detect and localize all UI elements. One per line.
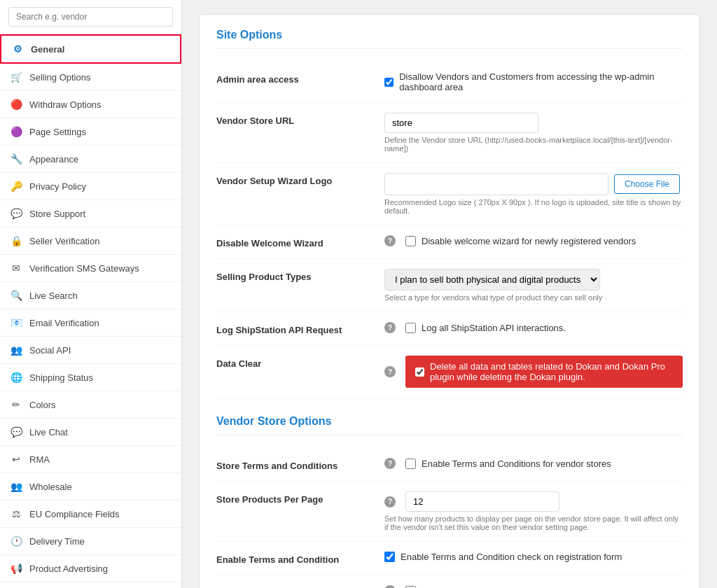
sidebar-item-eu-compliance[interactable]: ⚖EU Compliance Fields	[0, 500, 181, 528]
sidebar-item-label-delivery-time: Delivery Time	[29, 536, 85, 547]
vendor-store-url-control: Define the Vendor store URL (http://used…	[384, 113, 683, 153]
vendor-logo-desc: Recommended Logo size ( 270px X 90px ). …	[384, 198, 683, 215]
log-shipstation-control: ? Log all ShipStation API interactions.	[384, 322, 683, 333]
store-terms-checkbox-row: ? Enable Terms and Conditions for vendor…	[384, 458, 683, 469]
admin-area-access-control: Disallow Vendors and Customers from acce…	[384, 71, 683, 92]
store-terms-checkbox-label: Enable Terms and Conditions for vendor s…	[422, 458, 611, 469]
sidebar-item-email-verification[interactable]: 📧Email Verification	[0, 309, 181, 337]
data-clear-alert: Delete all data and tables related to Do…	[405, 356, 683, 388]
sidebar-item-label-social-api: Social API	[29, 345, 71, 356]
sidebar-item-shipping-status[interactable]: 🌐Shipping Status	[0, 364, 181, 391]
sidebar-item-colors[interactable]: ✏Colors	[0, 391, 181, 419]
sidebar-item-label-withdraw-options: Withdraw Options	[29, 99, 102, 110]
sidebar-item-page-settings[interactable]: 🟣Page Settings	[0, 118, 181, 146]
sidebar-item-rma[interactable]: ↩RMA	[0, 446, 181, 473]
store-terms-help-icon[interactable]: ?	[384, 458, 396, 469]
store-terms-checkbox[interactable]	[405, 458, 416, 469]
sidebar-item-withdraw-options[interactable]: 🔴Withdraw Options	[0, 91, 181, 118]
data-clear-label: Data Clear	[216, 356, 370, 369]
sidebar-item-store-support[interactable]: 💬Store Support	[0, 200, 181, 227]
withdraw-options-icon: 🔴	[10, 98, 22, 111]
store-products-help-icon[interactable]: ?	[384, 496, 396, 507]
data-clear-help-icon[interactable]: ?	[384, 366, 396, 377]
disable-welcome-help-icon[interactable]: ?	[384, 235, 396, 246]
vendor-store-url-row: Vendor Store URL Define the Vendor store…	[216, 103, 683, 163]
social-api-icon: 👥	[10, 344, 22, 356]
disable-welcome-label: Disable Welcome Wizard	[216, 235, 370, 248]
sidebar-item-selling-options[interactable]: 🛒Selling Options	[0, 64, 181, 91]
sidebar-item-product-advertising[interactable]: 📢Product Advertising	[0, 555, 181, 582]
selling-product-types-row: Selling Product Types I plan to sell bot…	[216, 259, 683, 312]
sidebar-item-label-store-support: Store Support	[29, 209, 85, 219]
sidebar-item-live-search[interactable]: 🔍Live Search	[0, 282, 181, 309]
privacy-policy-icon: 🔑	[10, 180, 22, 192]
enable-single-seller-row: Enable Single Seller Mode ? Enable singl…	[216, 575, 683, 588]
sidebar-item-label-selling-options: Selling Options	[29, 72, 90, 83]
sidebar-item-label-live-search: Live Search	[29, 290, 78, 301]
file-input-row: Choose File	[384, 173, 683, 195]
sidebar-item-wholesale[interactable]: 👥Wholesale	[0, 473, 181, 500]
sidebar-item-seller-verification[interactable]: 🔒Seller Verification	[0, 227, 181, 255]
page-settings-icon: 🟣	[10, 125, 22, 138]
wholesale-icon: 👥	[10, 480, 22, 493]
sidebar-item-delivery-time[interactable]: 🕐Delivery Time	[0, 528, 181, 555]
store-terms-label: Store Terms and Conditions	[216, 458, 370, 471]
sidebar-item-live-chat[interactable]: 💬Live Chat	[0, 419, 181, 446]
enable-single-seller-help-icon[interactable]: ?	[384, 585, 396, 588]
enable-single-seller-checkbox[interactable]	[405, 586, 416, 589]
store-products-per-page-row: Store Products Per Page ? Set how many p…	[216, 482, 683, 542]
sidebar-item-label-general: General	[31, 44, 64, 55]
sidebar: ⚙General🛒Selling Options🔴Withdraw Option…	[0, 0, 182, 588]
enable-terms-label: Enable Terms and Condition	[216, 552, 370, 565]
enable-single-seller-label: Enable Single Seller Mode	[216, 585, 370, 588]
vendor-logo-label: Vendor Setup Wizard Logo	[216, 173, 370, 186]
email-verification-icon: 📧	[10, 316, 22, 329]
choose-file-button[interactable]: Choose File	[614, 174, 680, 194]
admin-area-checkbox[interactable]	[384, 77, 394, 88]
sidebar-item-verification-sms[interactable]: ✉Verification SMS Gateways	[0, 255, 181, 282]
sidebar-item-label-wholesale: Wholesale	[29, 482, 72, 492]
enable-terms-checkbox[interactable]	[384, 552, 395, 562]
colors-icon: ✏	[10, 398, 22, 411]
data-clear-checkbox-row: ? Delete all data and tables related to …	[384, 356, 683, 388]
store-products-per-page-control: ? Set how many products to display per p…	[384, 491, 683, 531]
rma-icon: ↩	[10, 453, 22, 465]
store-products-per-page-input[interactable]	[405, 491, 559, 512]
log-shipstation-label: Log ShipStation API Request	[216, 322, 370, 335]
store-products-per-page-row-inner: ?	[384, 491, 683, 512]
store-products-per-page-desc: Set how many products to display per pag…	[384, 514, 683, 531]
log-shipstation-checkbox[interactable]	[405, 323, 416, 333]
sidebar-item-appearance[interactable]: 🔧Appearance	[0, 146, 181, 173]
data-clear-checkbox[interactable]	[415, 367, 424, 377]
vendor-logo-row: Vendor Setup Wizard Logo Choose File Rec…	[216, 163, 683, 225]
store-products-per-page-label: Store Products Per Page	[216, 491, 370, 505]
sidebar-item-label-live-chat: Live Chat	[29, 427, 68, 438]
log-shipstation-help-icon[interactable]: ?	[384, 322, 396, 333]
sidebar-item-label-appearance: Appearance	[29, 154, 78, 164]
selling-product-types-select[interactable]: I plan to sell both physical and digital…	[384, 269, 600, 290]
sidebar-item-label-eu-compliance: EU Compliance Fields	[29, 509, 120, 519]
search-input[interactable]	[8, 7, 173, 27]
sidebar-item-social-api[interactable]: 👥Social API	[0, 337, 181, 364]
settings-panel: Site Options Admin area access Disallow …	[199, 14, 700, 588]
sidebar-item-label-email-verification: Email Verification	[29, 318, 99, 328]
delivery-time-icon: 🕐	[10, 535, 22, 547]
sidebar-item-vendor-subscription[interactable]: 💳Vendor Subscription	[0, 582, 181, 588]
disable-welcome-row: Disable Welcome Wizard ? Disable welcome…	[216, 225, 683, 259]
log-shipstation-checkbox-label: Log all ShipStation API interactions.	[422, 323, 566, 333]
disable-welcome-control: ? Disable welcome wizard for newly regis…	[384, 235, 683, 246]
admin-area-checkbox-label: Disallow Vendors and Customers from acce…	[399, 71, 683, 92]
selling-product-types-desc: Select a type for vendors what type of p…	[384, 293, 683, 302]
disable-welcome-checkbox[interactable]	[405, 236, 416, 246]
admin-area-access-label: Admin area access	[216, 71, 370, 85]
vendor-store-url-input[interactable]	[384, 113, 538, 133]
sidebar-item-label-colors: Colors	[29, 400, 56, 410]
data-clear-control: ? Delete all data and tables related to …	[384, 356, 683, 388]
site-options-title: Site Options	[216, 29, 683, 49]
admin-area-checkbox-row: Disallow Vendors and Customers from acce…	[384, 71, 683, 92]
sidebar-item-label-verification-sms: Verification SMS Gateways	[29, 263, 139, 274]
enable-terms-row: Enable Terms and Condition Enable Terms …	[216, 542, 683, 575]
sidebar-item-privacy-policy[interactable]: 🔑Privacy Policy	[0, 173, 181, 200]
sidebar-item-general[interactable]: ⚙General	[0, 34, 181, 64]
live-chat-icon: 💬	[10, 426, 22, 438]
